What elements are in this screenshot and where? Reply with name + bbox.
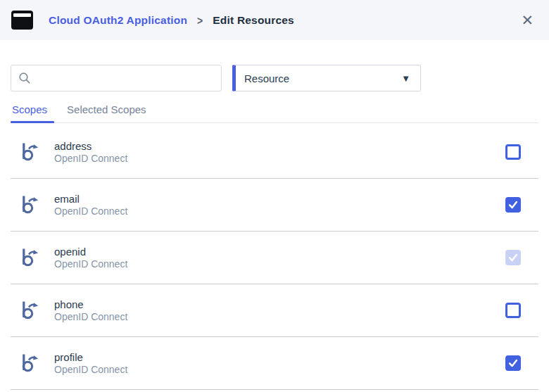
scope-checkbox[interactable] <box>505 355 521 371</box>
scope-provider: OpenID Connect <box>54 311 127 323</box>
chevron-right-icon: > <box>197 13 203 26</box>
scope-checkbox[interactable] <box>505 197 521 213</box>
scope-row: openid OpenID Connect <box>11 232 538 284</box>
scope-texts: profile OpenID Connect <box>54 351 127 376</box>
scope-provider: OpenID Connect <box>54 206 127 217</box>
scope-name: phone <box>54 298 127 311</box>
close-icon[interactable]: ✕ <box>518 10 536 30</box>
check-icon <box>507 358 519 369</box>
scope-provider: OpenID Connect <box>54 258 127 270</box>
openid-connect-icon <box>19 300 39 321</box>
dialog-header: Cloud OAuth2 Application > Edit Resource… <box>0 0 549 40</box>
page-title: Edit Resources <box>213 14 294 27</box>
scope-name: profile <box>54 351 127 364</box>
openid-connect-icon <box>19 194 39 215</box>
tab-scopes[interactable]: Scopes <box>11 100 65 122</box>
scope-checkbox <box>505 250 521 265</box>
scope-row: address OpenID Connect <box>11 126 538 179</box>
search-input[interactable] <box>37 72 214 85</box>
scope-texts: phone OpenID Connect <box>54 298 127 323</box>
toolbar: Resource ▼ <box>11 65 538 91</box>
check-icon <box>507 199 519 210</box>
scope-name: email <box>54 193 127 206</box>
scope-list: address OpenID Connect email OpenID Conn… <box>11 123 538 390</box>
tab-selected-scopes[interactable]: Selected Scopes <box>65 100 165 122</box>
resource-dropdown[interactable]: Resource ▼ <box>232 65 421 91</box>
scope-row: phone OpenID Connect <box>11 284 538 337</box>
scope-row: email OpenID Connect <box>11 179 538 232</box>
scope-checkbox[interactable] <box>505 303 521 318</box>
scope-texts: email OpenID Connect <box>54 193 127 217</box>
search-box[interactable] <box>11 65 222 91</box>
application-window-icon <box>11 11 33 30</box>
scope-name: address <box>54 140 127 153</box>
breadcrumb-link-app[interactable]: Cloud OAuth2 Application <box>49 14 187 27</box>
resource-dropdown-value: Resource <box>244 72 289 84</box>
check-icon <box>507 252 519 263</box>
scope-name: openid <box>54 246 127 258</box>
scope-provider: OpenID Connect <box>54 364 127 376</box>
tab-bar: Scopes Selected Scopes <box>11 100 538 123</box>
openid-connect-icon <box>19 247 39 268</box>
scope-provider: OpenID Connect <box>54 153 127 165</box>
scope-texts: openid OpenID Connect <box>54 246 127 270</box>
scope-texts: address OpenID Connect <box>54 140 127 165</box>
openid-connect-icon <box>19 353 39 374</box>
breadcrumb: Cloud OAuth2 Application > Edit Resource… <box>49 14 294 27</box>
chevron-down-icon: ▼ <box>401 74 410 83</box>
search-icon <box>18 72 31 84</box>
openid-connect-icon <box>19 141 39 163</box>
scope-checkbox[interactable] <box>505 144 521 160</box>
scope-row: profile OpenID Connect <box>11 337 538 390</box>
